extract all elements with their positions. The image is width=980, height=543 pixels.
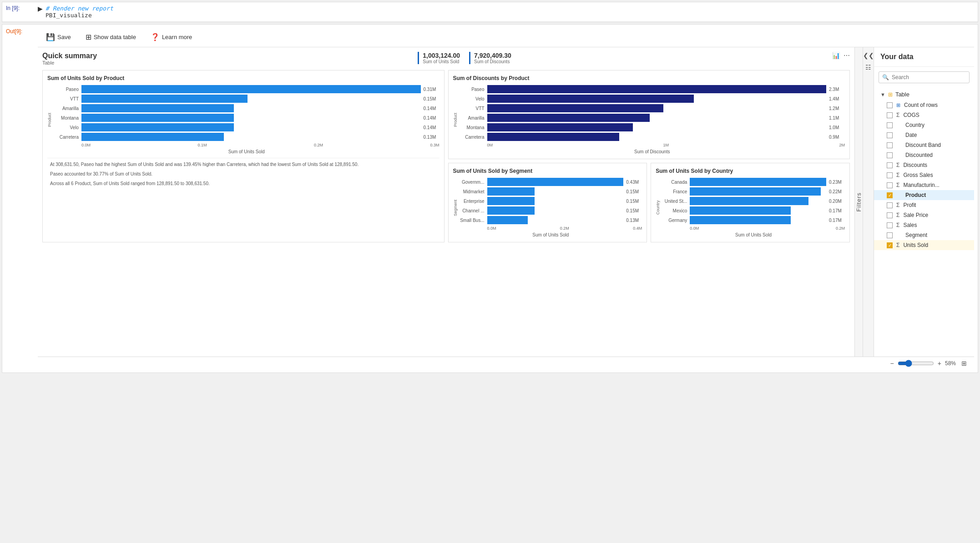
field-checkbox[interactable] — [887, 202, 893, 208]
field-checkbox[interactable] — [887, 222, 893, 228]
filter-icon-sidebar[interactable]: ☷ — [865, 64, 871, 71]
bar-label: Midmarket — [460, 189, 485, 194]
field-checkbox[interactable] — [887, 162, 893, 168]
chart1-y-label: Product — [47, 85, 52, 154]
sidebar-field-item[interactable]: ΣSale Price — [874, 210, 974, 220]
bar-label: Small Bus... — [460, 218, 485, 223]
zoom-out-button[interactable]: − — [890, 360, 894, 367]
chart-units-by-product: Sum of Units Sold by Product Product Pas… — [42, 70, 445, 242]
sidebar-field-item[interactable]: Discount Band — [874, 140, 974, 150]
bar-value: 1.1M — [829, 116, 845, 121]
code-comment-line: # Render new report — [45, 5, 113, 12]
summary-header: Quick summary Table 1,003,124.00 Sum of … — [42, 52, 850, 65]
sidebar-field-item[interactable]: ✓ΣUnits Sold — [874, 240, 974, 250]
bar-value: 0.17M — [829, 208, 845, 213]
bar-fill — [690, 216, 791, 224]
chart-discounts-by-product: Sum of Discounts by Product Product Pase… — [448, 70, 850, 159]
x-label: 0.2M — [836, 226, 845, 231]
bar-label: Governm... — [460, 180, 485, 185]
bar-value: 1.4M — [829, 96, 845, 101]
chart3-bars-area: Governm...0.43MMidmarket0.15MEnterprise0… — [460, 178, 642, 237]
bar-container — [81, 104, 421, 112]
bar-container — [690, 187, 826, 196]
desc-line3: Across all 6 Product, Sum of Units Sold … — [50, 180, 437, 187]
chart2-bar-chart: Paseo2.3MVelo1.4MVTT1.2MAmarilla1.1MMont… — [460, 85, 845, 141]
field-checkbox[interactable] — [887, 212, 893, 218]
sigma-icon: Σ — [896, 162, 899, 168]
summary-subtitle: Table — [42, 60, 97, 65]
save-button[interactable]: 💾 Save — [43, 31, 74, 43]
chart3-y-label: Segment — [453, 178, 458, 237]
bar-row: Carretera0.9M — [460, 133, 845, 141]
bar-container — [81, 95, 421, 103]
bar-container — [487, 216, 624, 224]
cell-output-row: Out[9]: 💾 Save ⊞ Show data table ❓ Learn… — [2, 25, 978, 372]
bar-fill — [487, 123, 633, 131]
sidebar-field-item[interactable]: ΣProfit — [874, 200, 974, 210]
bar-fill — [487, 133, 620, 141]
tree-table-header[interactable]: ▼ ⊞ Table — [874, 89, 974, 100]
summary-title: Quick summary Table — [42, 52, 97, 65]
show-data-button[interactable]: ⊞ Show data table — [83, 31, 139, 43]
field-checkbox[interactable] — [887, 132, 893, 138]
sidebar-field-item[interactable]: ΣDiscounts — [874, 160, 974, 170]
sidebar-field-item[interactable]: ΣGross Sales — [874, 170, 974, 180]
bar-fill — [81, 85, 421, 93]
zoom-slider[interactable] — [898, 360, 934, 367]
field-checkbox[interactable] — [887, 152, 893, 158]
desc-line1: At 308,631.50, Paseo had the highest Sum… — [50, 161, 437, 168]
save-icon: 💾 — [46, 33, 55, 41]
bar-container — [81, 133, 421, 141]
field-checkbox[interactable] — [887, 182, 893, 188]
filters-label: Filters — [855, 192, 862, 211]
field-checkbox[interactable]: ✓ — [887, 192, 893, 198]
bar-value: 0.14M — [424, 125, 439, 130]
bar-value: 0.15M — [626, 199, 642, 204]
sidebar-field-item[interactable]: ΣCOGS — [874, 110, 974, 120]
bar-row: Canada0.23M — [662, 178, 845, 186]
field-checkbox[interactable] — [887, 102, 893, 108]
x-label: 0.3M — [430, 143, 439, 147]
sidebar-field-item[interactable]: ⊞Count of rows — [874, 100, 974, 110]
bar-container — [690, 197, 826, 205]
sigma-icon: Σ — [896, 212, 899, 218]
field-checkbox[interactable] — [887, 232, 893, 238]
sidebar-field-item[interactable]: Discounted — [874, 150, 974, 160]
field-checkbox[interactable] — [887, 112, 893, 118]
fit-page-button[interactable]: ⊞ — [961, 360, 967, 367]
sidebar-field-item[interactable]: Country — [874, 120, 974, 130]
bar-fill — [487, 216, 528, 224]
bar-label: Enterprise — [460, 199, 485, 204]
more-options-icon[interactable]: ⋯ — [844, 52, 850, 59]
kpi2-value: 7,920,409.30 — [474, 52, 511, 59]
bar-row: France0.22M — [662, 187, 845, 196]
field-checkbox[interactable] — [887, 122, 893, 128]
run-button[interactable]: ▶ — [38, 5, 43, 12]
chart3-bar-chart: Governm...0.43MMidmarket0.15MEnterprise0… — [460, 178, 642, 224]
learn-more-button[interactable]: ❓ Learn more — [148, 31, 195, 43]
sidebar-field-item[interactable]: Date — [874, 130, 974, 140]
table-icon: ⊞ — [86, 33, 91, 41]
chart2-bars-area: Paseo2.3MVelo1.4MVTT1.2MAmarilla1.1MMont… — [460, 85, 845, 154]
zoom-in-button[interactable]: + — [938, 360, 941, 367]
chart-type-icon[interactable]: 📊 — [832, 52, 840, 59]
x-label: 2M — [839, 143, 845, 147]
sidebar-field-item[interactable]: ΣManufacturin... — [874, 180, 974, 190]
search-input[interactable] — [879, 71, 970, 83]
filters-panel[interactable]: Filters — [855, 47, 863, 357]
sidebar-field-item[interactable]: Segment — [874, 230, 974, 240]
chart2-x-labels: 0M1M2M — [460, 143, 845, 147]
show-data-label: Show data table — [94, 34, 136, 40]
collapse-icon[interactable]: ❮❮ — [863, 52, 874, 59]
sidebar-field-item[interactable]: ✓Product — [874, 190, 974, 200]
field-checkbox[interactable] — [887, 172, 893, 178]
report-toolbar: 💾 Save ⊞ Show data table ❓ Learn more — [38, 27, 974, 47]
bar-row: Paseo2.3M — [460, 85, 845, 93]
field-checkbox[interactable]: ✓ — [887, 242, 893, 248]
sidebar-field-item[interactable]: ΣSales — [874, 220, 974, 230]
bar-label: France — [662, 189, 687, 194]
x-label: 0.1M — [197, 143, 207, 147]
save-label: Save — [57, 34, 71, 40]
field-checkbox[interactable] — [887, 142, 893, 148]
chart1-title: Sum of Units Sold by Product — [47, 75, 439, 81]
